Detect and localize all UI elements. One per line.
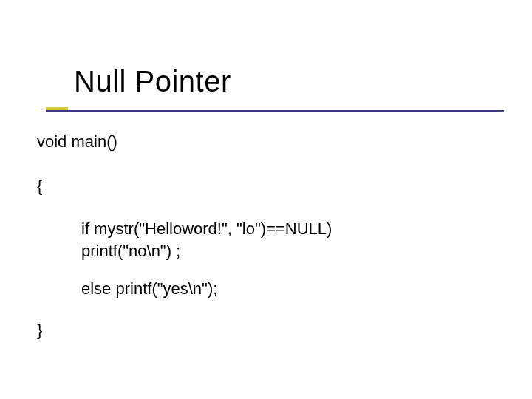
code-printf-no: printf("no\n") ;	[81, 240, 502, 262]
title-underline	[46, 107, 504, 125]
code-close-brace: }	[37, 321, 502, 340]
code-if-block: if mystr("Helloword!", "lo")==NULL) prin…	[37, 218, 502, 262]
slide: Null Pointer void main() { if mystr("Hel…	[0, 0, 532, 399]
code-else-line: else printf("yes\n");	[81, 279, 502, 299]
code-signature: void main()	[37, 132, 502, 151]
code-else-block: else printf("yes\n");	[37, 279, 502, 299]
underline-accent-purple	[46, 110, 504, 112]
content-area: void main() { if mystr("Helloword!", "lo…	[0, 106, 532, 340]
code-open-brace: {	[37, 177, 502, 196]
code-if-line: if mystr("Helloword!", "lo")==NULL)	[81, 218, 502, 240]
slide-title: Null Pointer	[74, 65, 532, 98]
title-area: Null Pointer	[0, 0, 532, 106]
